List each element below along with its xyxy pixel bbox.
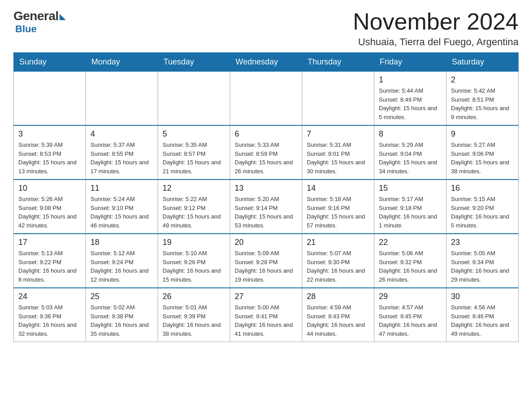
day-number: 20 — [235, 238, 297, 247]
table-row: 4Sunrise: 5:37 AMSunset: 8:55 PMDaylight… — [86, 125, 158, 180]
day-number: 15 — [379, 184, 442, 193]
day-info: Sunrise: 5:20 AMSunset: 9:14 PMDaylight:… — [235, 195, 297, 230]
day-number: 19 — [163, 238, 225, 247]
day-number: 7 — [307, 129, 369, 139]
day-number: 9 — [451, 129, 514, 139]
calendar-week-row: 3Sunrise: 5:39 AMSunset: 8:53 PMDaylight… — [14, 125, 519, 180]
logo-triangle-icon — [60, 14, 66, 20]
day-number: 1 — [379, 75, 442, 85]
table-row: 5Sunrise: 5:35 AMSunset: 8:57 PMDaylight… — [158, 125, 230, 180]
day-number: 25 — [90, 292, 153, 301]
day-info: Sunrise: 4:59 AMSunset: 9:43 PMDaylight:… — [307, 303, 369, 338]
day-info: Sunrise: 5:09 AMSunset: 9:28 PMDaylight:… — [235, 249, 297, 284]
day-number: 16 — [451, 184, 514, 193]
day-info: Sunrise: 5:06 AMSunset: 9:32 PMDaylight:… — [379, 249, 442, 284]
day-info: Sunrise: 4:56 AMSunset: 9:46 PMDaylight:… — [451, 303, 514, 338]
calendar-week-row: 24Sunrise: 5:03 AMSunset: 9:36 PMDayligh… — [14, 288, 519, 342]
day-info: Sunrise: 5:24 AMSunset: 9:10 PMDaylight:… — [90, 195, 153, 230]
table-row: 17Sunrise: 5:13 AMSunset: 9:22 PMDayligh… — [14, 234, 86, 288]
day-info: Sunrise: 5:10 AMSunset: 9:26 PMDaylight:… — [163, 249, 225, 284]
table-row: 24Sunrise: 5:03 AMSunset: 9:36 PMDayligh… — [14, 288, 86, 342]
day-number: 28 — [307, 292, 369, 301]
day-info: Sunrise: 5:33 AMSunset: 8:59 PMDaylight:… — [235, 141, 297, 176]
header-sunday: Sunday — [14, 53, 86, 72]
day-info: Sunrise: 5:12 AMSunset: 9:24 PMDaylight:… — [90, 249, 153, 284]
table-row — [302, 72, 374, 126]
table-row: 3Sunrise: 5:39 AMSunset: 8:53 PMDaylight… — [14, 125, 86, 180]
table-row: 10Sunrise: 5:26 AMSunset: 9:08 PMDayligh… — [14, 180, 86, 234]
table-row — [86, 72, 158, 126]
day-number: 13 — [235, 184, 297, 193]
logo: General Blue — [13, 9, 66, 35]
table-row: 13Sunrise: 5:20 AMSunset: 9:14 PMDayligh… — [230, 180, 302, 234]
day-number: 27 — [235, 292, 297, 301]
day-info: Sunrise: 5:44 AMSunset: 8:49 PMDaylight:… — [379, 86, 442, 121]
table-row: 18Sunrise: 5:12 AMSunset: 9:24 PMDayligh… — [86, 234, 158, 288]
day-number: 24 — [18, 292, 81, 301]
table-row: 12Sunrise: 5:22 AMSunset: 9:12 PMDayligh… — [158, 180, 230, 234]
header-saturday: Saturday — [446, 53, 519, 72]
day-number: 29 — [379, 292, 442, 301]
table-row: 19Sunrise: 5:10 AMSunset: 9:26 PMDayligh… — [158, 234, 230, 288]
table-row — [158, 72, 230, 126]
table-row: 22Sunrise: 5:06 AMSunset: 9:32 PMDayligh… — [374, 234, 446, 288]
day-number: 18 — [90, 238, 153, 247]
day-number: 11 — [90, 184, 153, 193]
day-number: 14 — [307, 184, 369, 193]
logo-blue-text: Blue — [15, 23, 37, 35]
table-row: 14Sunrise: 5:18 AMSunset: 9:16 PMDayligh… — [302, 180, 374, 234]
day-number: 8 — [379, 129, 442, 139]
day-number: 23 — [451, 238, 514, 247]
table-row: 21Sunrise: 5:07 AMSunset: 9:30 PMDayligh… — [302, 234, 374, 288]
calendar-week-row: 17Sunrise: 5:13 AMSunset: 9:22 PMDayligh… — [14, 234, 519, 288]
day-info: Sunrise: 5:31 AMSunset: 9:01 PMDaylight:… — [307, 141, 369, 176]
day-info: Sunrise: 5:17 AMSunset: 9:18 PMDaylight:… — [379, 195, 442, 230]
header-thursday: Thursday — [302, 53, 374, 72]
header-friday: Friday — [374, 53, 446, 72]
day-number: 12 — [163, 184, 225, 193]
day-info: Sunrise: 5:22 AMSunset: 9:12 PMDaylight:… — [163, 195, 225, 230]
calendar-title: November 2024 — [353, 9, 519, 34]
day-info: Sunrise: 5:18 AMSunset: 9:16 PMDaylight:… — [307, 195, 369, 230]
day-number: 10 — [18, 184, 81, 193]
table-row: 16Sunrise: 5:15 AMSunset: 9:20 PMDayligh… — [446, 180, 519, 234]
day-info: Sunrise: 5:07 AMSunset: 9:30 PMDaylight:… — [307, 249, 369, 284]
calendar-header-row: Sunday Monday Tuesday Wednesday Thursday… — [14, 53, 519, 72]
table-row: 20Sunrise: 5:09 AMSunset: 9:28 PMDayligh… — [230, 234, 302, 288]
header-monday: Monday — [86, 53, 158, 72]
table-row: 9Sunrise: 5:27 AMSunset: 9:06 PMDaylight… — [446, 125, 519, 180]
day-info: Sunrise: 5:00 AMSunset: 9:41 PMDaylight:… — [235, 303, 297, 338]
calendar-week-row: 1Sunrise: 5:44 AMSunset: 8:49 PMDaylight… — [14, 72, 519, 126]
day-info: Sunrise: 5:13 AMSunset: 9:22 PMDaylight:… — [18, 249, 81, 284]
title-section: November 2024 Ushuaia, Tierra del Fuego,… — [353, 9, 519, 48]
table-row: 27Sunrise: 5:00 AMSunset: 9:41 PMDayligh… — [230, 288, 302, 342]
table-row: 11Sunrise: 5:24 AMSunset: 9:10 PMDayligh… — [86, 180, 158, 234]
page-header: General Blue November 2024 Ushuaia, Tier… — [13, 9, 519, 48]
day-number: 30 — [451, 292, 514, 301]
day-info: Sunrise: 5:37 AMSunset: 8:55 PMDaylight:… — [90, 141, 153, 176]
table-row: 25Sunrise: 5:02 AMSunset: 9:38 PMDayligh… — [86, 288, 158, 342]
table-row: 23Sunrise: 5:05 AMSunset: 9:34 PMDayligh… — [446, 234, 519, 288]
day-info: Sunrise: 5:39 AMSunset: 8:53 PMDaylight:… — [18, 141, 81, 176]
table-row: 6Sunrise: 5:33 AMSunset: 8:59 PMDaylight… — [230, 125, 302, 180]
table-row: 15Sunrise: 5:17 AMSunset: 9:18 PMDayligh… — [374, 180, 446, 234]
day-info: Sunrise: 5:15 AMSunset: 9:20 PMDaylight:… — [451, 195, 514, 230]
calendar-table: Sunday Monday Tuesday Wednesday Thursday… — [13, 52, 519, 342]
day-info: Sunrise: 5:35 AMSunset: 8:57 PMDaylight:… — [163, 141, 225, 176]
day-info: Sunrise: 5:02 AMSunset: 9:38 PMDaylight:… — [90, 303, 153, 338]
day-info: Sunrise: 5:03 AMSunset: 9:36 PMDaylight:… — [18, 303, 81, 338]
day-number: 17 — [18, 238, 81, 247]
day-number: 2 — [451, 75, 514, 85]
table-row: 8Sunrise: 5:29 AMSunset: 9:04 PMDaylight… — [374, 125, 446, 180]
day-info: Sunrise: 5:27 AMSunset: 9:06 PMDaylight:… — [451, 141, 514, 176]
day-number: 21 — [307, 238, 369, 247]
day-number: 5 — [163, 129, 225, 139]
calendar-subtitle: Ushuaia, Tierra del Fuego, Argentina — [353, 36, 519, 48]
table-row: 7Sunrise: 5:31 AMSunset: 9:01 PMDaylight… — [302, 125, 374, 180]
table-row: 30Sunrise: 4:56 AMSunset: 9:46 PMDayligh… — [446, 288, 519, 342]
day-info: Sunrise: 4:57 AMSunset: 9:45 PMDaylight:… — [379, 303, 442, 338]
table-row: 1Sunrise: 5:44 AMSunset: 8:49 PMDaylight… — [374, 72, 446, 126]
header-tuesday: Tuesday — [158, 53, 230, 72]
day-number: 6 — [235, 129, 297, 139]
table-row: 2Sunrise: 5:42 AMSunset: 8:51 PMDaylight… — [446, 72, 519, 126]
